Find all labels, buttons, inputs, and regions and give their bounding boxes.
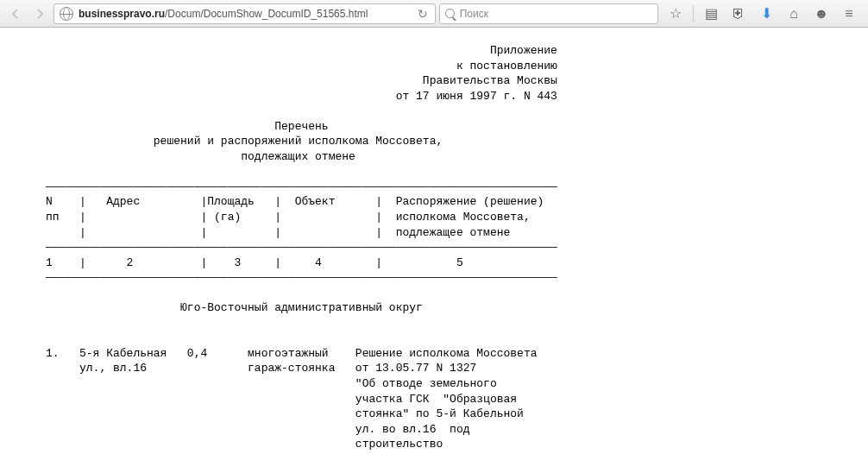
url-text: businesspravo.ru/Docum/DocumShow_DocumID… [79,8,414,20]
browser-toolbar: businesspravo.ru/Docum/DocumShow_DocumID… [0,0,868,28]
reload-icon[interactable]: ↻ [414,7,431,21]
nav-back-button [5,3,26,24]
download-icon[interactable]: ⬇ [756,5,777,22]
bookmark-icon[interactable]: ☆ [665,5,686,22]
toolbar-icons: ☆ ▤ ⛨ ⬇ ⌂ ☻ ≡ [662,5,863,22]
url-bar[interactable]: businesspravo.ru/Docum/DocumShow_DocumID… [53,3,436,24]
search-bar[interactable]: Поиск [439,3,658,24]
content-area[interactable]: Приложение к постановлению Правительства… [0,28,868,454]
nav-forward-button [29,3,50,24]
globe-icon [60,7,73,21]
search-placeholder: Поиск [460,8,488,20]
home-icon[interactable]: ⌂ [783,6,804,22]
pocket-icon[interactable]: ⛨ [728,6,749,22]
reader-icon[interactable]: ▤ [701,5,721,22]
document-body: Приложение к постановлению Правительства… [46,43,822,454]
menu-icon[interactable]: ≡ [839,6,859,22]
search-icon [445,9,455,18]
chat-icon[interactable]: ☻ [811,6,832,22]
